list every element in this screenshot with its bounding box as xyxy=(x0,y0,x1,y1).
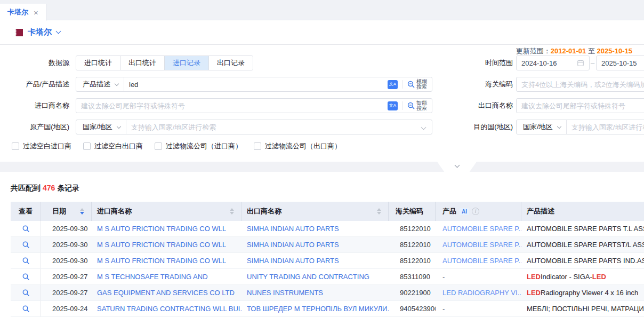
cell-date: 2025-09-30 xyxy=(41,237,92,252)
destination-country-input[interactable] xyxy=(567,121,644,133)
translate-icon[interactable]: 文A xyxy=(388,101,398,110)
cell-description: МЕБЛІ; ПОСТІЛЬНІ РЕЧІ, МАТРАЦИ,... xyxy=(521,301,644,316)
cell-date: 2025-09-27 xyxy=(41,269,92,284)
exporter-link[interactable]: UNITY TRADING AND CONTRACTING xyxy=(247,273,369,281)
cell-date: 2025-09-27 xyxy=(41,285,92,300)
col-header-importer[interactable]: 进口商名称 xyxy=(92,202,241,221)
search-term-highlight: LED xyxy=(592,273,606,281)
checkbox-filter-logistics-importer[interactable]: 过滤物流公司（进口商） xyxy=(155,141,242,151)
view-record-magnifier-icon[interactable] xyxy=(22,305,30,313)
date-start-input[interactable] xyxy=(517,57,577,69)
product-search-input[interactable] xyxy=(124,78,388,91)
exporter-input[interactable] xyxy=(517,99,644,112)
hs-code-input[interactable] xyxy=(517,78,644,91)
panel-footer-strip xyxy=(0,162,644,172)
checkbox-label: 过滤空白出口商 xyxy=(94,141,143,151)
fuzzy-search-toggle[interactable]: 模糊搜索 xyxy=(407,79,427,90)
chevron-down-icon[interactable] xyxy=(421,124,426,130)
datasource-export-stats[interactable]: 出口统计 xyxy=(120,56,164,70)
view-record-magnifier-icon[interactable] xyxy=(22,289,30,297)
importer-input[interactable] xyxy=(76,99,388,112)
cell-exporter: SIMHA INDIAN AUTO PARTS xyxy=(241,253,389,268)
origin-country-select[interactable]: 国家/地区 xyxy=(76,120,126,134)
product-link[interactable]: LED RADIOGRAPHY VI... xyxy=(442,289,521,297)
importer-link[interactable]: M S TECHNOSAFE TRADING AND xyxy=(97,273,208,281)
cell-product: - xyxy=(436,301,521,316)
exporter-link[interactable]: SIMHA INDIAN AUTO PARTS xyxy=(247,257,339,265)
importer-link[interactable]: M S AUTO FRICTION TRADING CO WLL xyxy=(97,225,226,233)
col-header-date[interactable]: 日期 xyxy=(41,202,92,221)
description-text: Indicator - SIGA- xyxy=(541,273,592,281)
chevron-down-icon[interactable] xyxy=(56,29,61,34)
sort-icon[interactable] xyxy=(80,208,84,215)
checkbox-filter-logistics-exporter[interactable]: 过滤物流公司（出口商） xyxy=(254,141,341,151)
product-link[interactable]: AUTOMOBILE SPARE P... xyxy=(442,225,521,233)
info-icon[interactable]: i xyxy=(472,208,479,215)
translate-icon[interactable]: 文A xyxy=(388,80,398,89)
checkbox-filter-blank-exporter[interactable]: 过滤空白出口商 xyxy=(83,141,143,151)
importer-link[interactable]: GAS EQUIPMENT AND SERVICES CO LTD xyxy=(97,289,235,297)
result-count: 476 xyxy=(43,184,55,192)
datasource-import-records[interactable]: 进口记录 xyxy=(164,56,208,70)
country-header: 卡塔尔 xyxy=(0,20,644,45)
sort-icon[interactable] xyxy=(230,208,234,215)
view-record-magnifier-icon[interactable] xyxy=(22,257,30,265)
exporter-link[interactable]: ТОВ ШРЕДЕР М ТЕРНОПІЛЬ ВУЛ МИКУЛИ... xyxy=(247,305,389,313)
col-header-exporter[interactable]: 出口商名称 xyxy=(241,202,389,221)
app-window: 卡塔尔 × 卡塔尔 更新范围：2012-01-01 至 2025-10-15 数… xyxy=(0,0,644,317)
collapse-panel-button[interactable] xyxy=(437,162,477,172)
sort-icon[interactable] xyxy=(377,208,381,215)
result-suffix: 条记录 xyxy=(57,184,79,192)
origin-select-value: 国家/地区 xyxy=(83,122,112,132)
tab-bar: 卡塔尔 × xyxy=(0,0,644,20)
cell-date: 2025-09-30 xyxy=(41,253,92,268)
search-icon xyxy=(407,101,415,110)
importer-link[interactable]: SATURN TRADING CONTRACTING WLL BUI... xyxy=(97,305,241,313)
chevron-down-icon xyxy=(454,163,460,168)
product-link[interactable]: AUTOMOBILE SPARE P... xyxy=(442,257,521,265)
checkbox-filter-blank-importer[interactable]: 过滤空白进口商 xyxy=(12,141,71,151)
cell-hs-code: 90221900 xyxy=(389,285,436,300)
cell-product: - xyxy=(436,269,521,284)
description-text: МЕБЛІ; ПОСТІЛЬНІ РЕЧІ, МАТРАЦИ,... xyxy=(527,305,644,313)
qatar-flag-icon xyxy=(12,29,23,36)
datasource-import-stats[interactable]: 进口统计 xyxy=(76,56,120,70)
description-text: Radiography Viewer 4 x 16 inch xyxy=(541,289,638,297)
table-row: 2025-09-27M S TECHNOSAFE TRADING ANDUNIT… xyxy=(11,269,644,285)
importer-link[interactable]: M S AUTO FRICTION TRADING CO WLL xyxy=(97,257,226,265)
exporter-link[interactable]: SIMHA INDIAN AUTO PARTS xyxy=(247,241,339,249)
view-record-magnifier-icon[interactable] xyxy=(22,273,30,281)
cell-exporter: NUNES INSTRUMENTS xyxy=(241,285,389,300)
close-icon[interactable]: × xyxy=(34,9,38,17)
datasource-segment: 进口统计 出口统计 进口记录 出口记录 xyxy=(76,56,253,70)
tab-qatar[interactable]: 卡塔尔 × xyxy=(0,4,46,21)
origin-country-input[interactable] xyxy=(126,121,422,133)
importer-link[interactable]: M S AUTO FRICTION TRADING CO WLL xyxy=(97,241,226,249)
col-header-view: 查看 xyxy=(11,202,41,221)
cell-view xyxy=(11,221,41,236)
filter-checkbox-row: 过滤空白进口商 过滤空白出口商 过滤物流公司（进口商） 过滤物流公司（出口商） xyxy=(12,141,353,152)
origin-label: 原产国(地区) xyxy=(0,120,69,134)
update-range-end: 2025-10-15 xyxy=(597,47,633,55)
product-link[interactable]: AUTOMOBILE SPARE P... xyxy=(442,241,521,249)
checkbox-icon xyxy=(83,142,91,150)
exporter-link[interactable]: NUNES INSTRUMENTS xyxy=(247,289,323,297)
view-record-magnifier-icon[interactable] xyxy=(22,225,30,233)
date-end-input[interactable] xyxy=(597,57,644,69)
search-term-highlight: LED xyxy=(527,289,541,297)
country-name: 卡塔尔 xyxy=(28,27,52,37)
divider xyxy=(402,101,402,110)
cell-product: AUTOMOBILE SPARE P... xyxy=(436,237,521,252)
datasource-export-records[interactable]: 出口记录 xyxy=(208,56,253,70)
product-type-select[interactable]: 产品描述 xyxy=(76,77,124,91)
destination-country-select[interactable]: 国家/地区 xyxy=(517,120,567,134)
chevron-down-icon xyxy=(116,124,120,128)
exporter-link[interactable]: SIMHA INDIAN AUTO PARTS xyxy=(247,225,339,233)
smart-search-toggle[interactable]: 智能搜索 xyxy=(407,100,427,111)
view-record-magnifier-icon[interactable] xyxy=(22,241,30,249)
product-search-box: 产品描述 文A 模糊搜索 xyxy=(76,77,432,92)
importer-label: 进口商名称 xyxy=(0,98,69,113)
calendar-icon[interactable] xyxy=(577,59,589,67)
records-table: 查看 日期 进口商名称 出口商名称 海关编码 产品 AI i xyxy=(11,202,644,317)
cell-hs-code: 85122010 xyxy=(389,253,436,268)
